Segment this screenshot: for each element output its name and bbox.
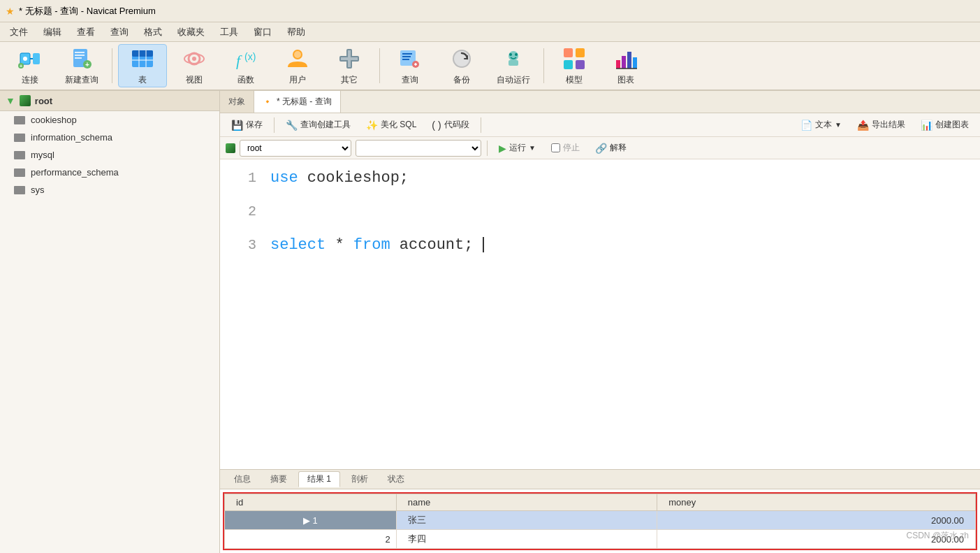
svg-rect-42 xyxy=(564,48,573,57)
menu-favorites[interactable]: 收藏夹 xyxy=(170,24,212,40)
table-row[interactable]: ▶ 1 张三 2000.00 xyxy=(225,511,976,530)
toolbar-user-button[interactable]: 用户 xyxy=(273,44,322,87)
stop-checkbox[interactable] xyxy=(551,143,560,152)
create-chart-button[interactable]: 📊 创建图表 xyxy=(915,117,974,132)
svg-text:f: f xyxy=(236,52,242,69)
menu-window[interactable]: 窗口 xyxy=(247,24,279,40)
run-button[interactable]: ▶ 运行 ▼ xyxy=(493,141,541,155)
connection-select[interactable]: root xyxy=(240,140,351,157)
code-cookieshop: cookieshop; xyxy=(307,169,409,187)
connection-bar: root ▶ 运行 ▼ 停止 🔗 解释 xyxy=(220,137,980,159)
right-panel: 对象 🔸 * 无标题 - 查询 💾 保存 🔧 查询创建工具 ✨ 美化 SQL xyxy=(220,91,980,553)
toolbar-model-button[interactable]: 模型 xyxy=(550,44,599,87)
svg-point-41 xyxy=(515,53,518,56)
toolbar-query-button[interactable]: 查询 xyxy=(386,44,434,87)
results-tabs: 信息 摘要 结果 1 剖析 状态 xyxy=(220,470,980,489)
results-tab-info[interactable]: 信息 xyxy=(226,472,259,487)
toolbar-newquery-button[interactable]: + 新建查询 xyxy=(57,44,106,87)
sidebar-item-cookieshop[interactable]: cookieshop xyxy=(0,111,219,129)
build-tool-label: 查询创建工具 xyxy=(300,119,351,131)
beautify-icon: ✨ xyxy=(366,120,378,131)
row1-name: 张三 xyxy=(396,511,657,530)
function-label: 函数 xyxy=(237,74,254,86)
tab-bar: 对象 🔸 * 无标题 - 查询 xyxy=(220,91,980,113)
sidebar-item-information-schema[interactable]: information_schema xyxy=(0,129,219,146)
sidebar-item-sys[interactable]: sys xyxy=(0,181,219,199)
query-label: 查询 xyxy=(402,74,418,86)
svg-point-2 xyxy=(23,57,27,61)
run-dropdown-icon: ▼ xyxy=(529,144,536,152)
create-chart-icon: 📊 xyxy=(921,120,933,131)
db-icon-info-schema xyxy=(14,134,25,142)
table-row[interactable]: 2 李四 2000.00 xyxy=(225,530,976,549)
toolbar-chart-button[interactable]: 图表 xyxy=(601,44,650,87)
db-icon-perf-schema xyxy=(14,168,25,177)
save-button[interactable]: 💾 保存 xyxy=(226,117,268,132)
row1-indicator: ▶ 1 xyxy=(225,511,397,530)
conn-db-icon xyxy=(226,143,235,153)
save-label: 保存 xyxy=(246,119,263,131)
code-snippet-button[interactable]: ( ) 代码段 xyxy=(426,117,474,132)
menu-query[interactable]: 查询 xyxy=(103,24,136,40)
toolbar-autorun-button[interactable]: 自动运行 xyxy=(489,44,538,87)
snippet-icon: ( ) xyxy=(432,120,441,131)
code-line-3: 3 select * from account; xyxy=(220,232,980,266)
toolbar-view-button[interactable]: 视图 xyxy=(170,44,219,87)
export-icon: 📤 xyxy=(857,120,869,131)
results-tab-summary[interactable]: 摘要 xyxy=(262,472,295,487)
svg-rect-43 xyxy=(576,48,585,57)
line-number-1: 1 xyxy=(228,170,256,186)
database-select[interactable] xyxy=(356,140,481,157)
svg-rect-47 xyxy=(622,56,626,69)
sidebar-item-mysql[interactable]: mysql xyxy=(0,146,219,164)
menu-edit[interactable]: 编辑 xyxy=(36,24,68,40)
toolbar-connect-button[interactable]: + 连接 xyxy=(6,44,54,87)
title-bar: ★ * 无标题 - 查询 - Navicat Premium xyxy=(0,0,980,22)
stop-label: 停止 xyxy=(563,142,580,154)
code-content-3: select * from account; xyxy=(270,236,484,254)
build-tool-button[interactable]: 🔧 查询创建工具 xyxy=(280,117,356,132)
toolbar-function-button[interactable]: f (x) 函数 xyxy=(221,44,270,87)
row2-name: 李四 xyxy=(396,530,657,549)
view-icon xyxy=(182,46,207,71)
text-icon: 📄 xyxy=(800,120,812,131)
code-editor[interactable]: 1 use cookieshop; 2 3 select * from acco… xyxy=(220,159,980,469)
code-line-1: 1 use cookieshop; xyxy=(220,165,980,199)
svg-rect-45 xyxy=(576,60,585,69)
menu-help[interactable]: 帮助 xyxy=(280,24,312,40)
toolbar-table-button[interactable]: 表 xyxy=(118,44,167,87)
menu-file[interactable]: 文件 xyxy=(3,24,35,40)
sidebar-item-label: information_schema xyxy=(31,132,112,143)
keyword-use: use xyxy=(270,169,298,187)
sidebar-item-label: performance_schema xyxy=(31,167,119,178)
query-toolbar: 💾 保存 🔧 查询创建工具 ✨ 美化 SQL ( ) 代码段 📄 文本 xyxy=(220,113,980,137)
results-tab-result1[interactable]: 结果 1 xyxy=(298,471,340,487)
conn-sep xyxy=(487,141,488,156)
results-tab-status[interactable]: 状态 xyxy=(379,472,413,487)
run-icon: ▶ xyxy=(499,143,506,154)
tab-query[interactable]: 🔸 * 无标题 - 查询 xyxy=(254,91,341,113)
model-label: 模型 xyxy=(566,74,583,86)
export-result-button[interactable]: 📤 导出结果 xyxy=(851,117,911,132)
results-panel: 信息 摘要 结果 1 剖析 状态 id name money xyxy=(220,469,980,553)
sidebar-item-performance-schema[interactable]: performance_schema xyxy=(0,164,219,181)
text-button[interactable]: 📄 文本 ▼ xyxy=(795,117,847,132)
chart-icon xyxy=(613,46,638,71)
svg-rect-49 xyxy=(633,57,637,69)
menu-view[interactable]: 查看 xyxy=(70,24,102,40)
explain-button[interactable]: 🔗 解释 xyxy=(590,141,632,155)
results-table: id name money ▶ 1 张三 2000.00 xyxy=(224,494,976,549)
tab-object[interactable]: 对象 xyxy=(220,91,254,113)
autorun-icon xyxy=(501,46,526,71)
menu-tools[interactable]: 工具 xyxy=(213,24,245,40)
row1-money: 2000.00 xyxy=(657,511,976,530)
toolbar-backup-button[interactable]: 备份 xyxy=(437,44,486,87)
stop-button: 停止 xyxy=(546,141,585,155)
toolbar-other-button[interactable]: 其它 xyxy=(325,44,374,87)
results-tab-profiling[interactable]: 剖析 xyxy=(343,472,376,487)
query-icon xyxy=(397,46,423,71)
build-tool-icon: 🔧 xyxy=(286,120,298,131)
db-icon-sys xyxy=(14,186,25,194)
beautify-sql-button[interactable]: ✨ 美化 SQL xyxy=(360,117,422,132)
menu-format[interactable]: 格式 xyxy=(137,24,169,40)
